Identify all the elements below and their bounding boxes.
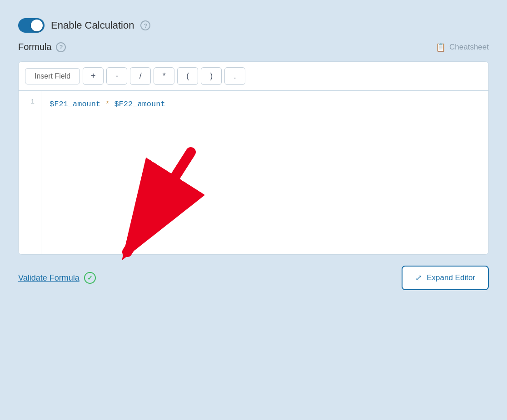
toggle-help-icon[interactable]: ? xyxy=(140,20,150,30)
validate-group: Validate Formula ✓ xyxy=(18,272,96,284)
code-field-2: $F22_amount xyxy=(114,100,165,109)
operator-divide-button[interactable]: / xyxy=(130,67,151,85)
code-content[interactable]: $F21_amount*$F22_amount xyxy=(41,91,488,254)
code-operator: * xyxy=(105,100,109,109)
operator-close-paren-button[interactable]: ) xyxy=(201,67,222,85)
expand-editor-label: Expand Editor xyxy=(427,273,475,282)
cheatsheet-link[interactable]: 📋 Cheatsheet xyxy=(436,42,489,52)
formula-toolbar: Insert Field + - / * ( ) . xyxy=(19,62,488,91)
formula-help-icon[interactable]: ? xyxy=(56,42,66,52)
formula-label: Formula xyxy=(18,42,51,52)
cheatsheet-icon: 📋 xyxy=(436,42,446,52)
validate-check-icon: ✓ xyxy=(84,272,96,284)
bottom-row: Validate Formula ✓ ⤢ Expand Editor xyxy=(18,266,489,290)
operator-multiply-button[interactable]: * xyxy=(154,67,174,85)
toggle-row: Enable Calculation ? xyxy=(18,18,489,33)
expand-icon: ⤢ xyxy=(415,273,422,283)
operator-dot-button[interactable]: . xyxy=(224,67,245,85)
formula-code-area[interactable]: 1 $F21_amount*$F22_amount xyxy=(19,91,488,254)
formula-editor-box: Insert Field + - / * ( ) . 1 $F21_amount… xyxy=(18,61,489,255)
operator-minus-button[interactable]: - xyxy=(106,67,127,85)
operator-plus-button[interactable]: + xyxy=(83,67,104,85)
operator-open-paren-button[interactable]: ( xyxy=(177,67,198,85)
expand-editor-button[interactable]: ⤢ Expand Editor xyxy=(402,266,489,290)
main-container: Enable Calculation ? Formula ? 📋 Cheatsh… xyxy=(18,18,489,290)
toggle-knob xyxy=(31,20,43,31)
enable-calculation-toggle[interactable] xyxy=(18,18,45,33)
toggle-label: Enable Calculation xyxy=(51,20,134,31)
insert-field-button[interactable]: Insert Field xyxy=(25,68,80,84)
line-number-1: 1 xyxy=(25,98,35,106)
formula-label-group: Formula ? xyxy=(18,42,66,52)
line-numbers: 1 xyxy=(19,91,41,254)
cheatsheet-label: Cheatsheet xyxy=(449,43,489,52)
formula-header-row: Formula ? 📋 Cheatsheet xyxy=(18,42,489,52)
validate-formula-link[interactable]: Validate Formula xyxy=(18,273,80,283)
code-field-1: $F21_amount xyxy=(50,100,100,109)
